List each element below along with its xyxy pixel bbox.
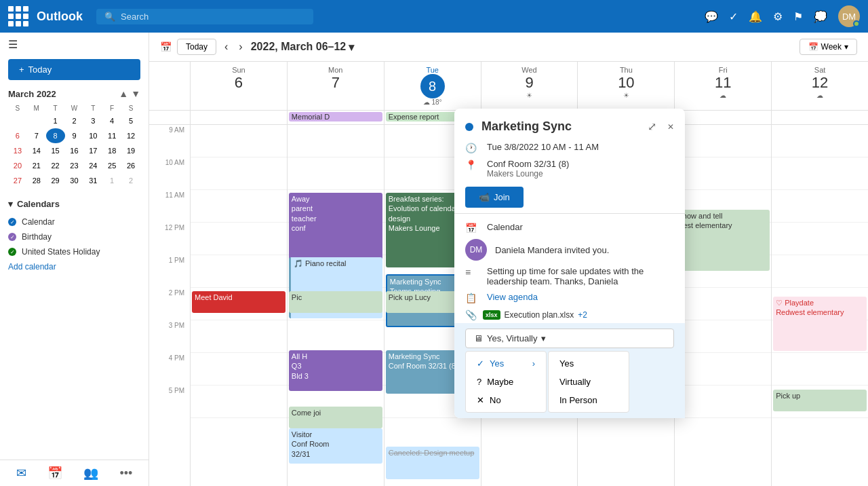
app-grid-icon[interactable]: [8, 6, 28, 26]
avatar[interactable]: DM: [838, 5, 860, 27]
add-calendar-button[interactable]: Add calendar: [8, 259, 140, 274]
rsvp-button[interactable]: 🖥 Yes, Virtually ▾: [465, 329, 674, 348]
week-view-button[interactable]: 📅 Week ▾: [800, 39, 857, 55]
mini-cal-day[interactable]: 4: [102, 113, 121, 128]
mini-cal-day[interactable]: 15: [46, 143, 65, 158]
mini-cal-day[interactable]: 27: [8, 173, 27, 188]
allday-event[interactable]: Memorial D: [289, 112, 382, 122]
calendar-event[interactable]: Pic: [289, 291, 382, 313]
calendar-event[interactable]: Canceled: Design meetup: [386, 447, 479, 479]
join-button[interactable]: 📹 Join: [465, 187, 524, 208]
mini-cal-day[interactable]: 20: [8, 158, 27, 173]
day-number[interactable]: 6: [193, 74, 284, 92]
search-bar[interactable]: 🔍 Search: [96, 9, 313, 24]
toolbar-right: 📅 Week ▾: [800, 39, 857, 55]
mini-cal-prev[interactable]: ▲: [119, 88, 128, 99]
time-slot: 3 PM: [149, 320, 190, 353]
mini-cal-day[interactable]: 24: [83, 158, 102, 173]
hamburger-icon[interactable]: ☰: [8, 38, 18, 51]
time-slot: 1 PM: [149, 255, 190, 288]
calendar-dot: ✓: [8, 218, 16, 226]
day-number[interactable]: 12: [774, 74, 865, 92]
mini-cal-day[interactable]: 22: [46, 158, 65, 173]
rsvp-no[interactable]: ✕ No: [466, 391, 546, 409]
mini-cal-day[interactable]: 30: [65, 173, 84, 188]
mini-cal-day[interactable]: 19: [121, 143, 140, 158]
hour-line: [675, 386, 771, 418]
mini-cal-day[interactable]: 18: [102, 143, 121, 158]
day-number[interactable]: 8: [420, 74, 445, 98]
calendar-item[interactable]: ✓United States Holiday: [8, 244, 140, 259]
expand-icon[interactable]: ⤢: [648, 120, 656, 133]
rsvp-maybe-label: Maybe: [487, 377, 513, 387]
mini-cal-day[interactable]: 8: [46, 128, 65, 143]
date-range[interactable]: 2022, March 06–12 ▾: [251, 41, 355, 54]
popup-header: Marketing Sync ⤢ ✕: [454, 109, 685, 139]
mini-cal-day[interactable]: 28: [27, 173, 46, 188]
view-agenda-link[interactable]: View agenda: [487, 292, 538, 302]
more-icon[interactable]: •••: [119, 466, 132, 481]
rsvp-virtually-option[interactable]: Virtually: [549, 373, 629, 391]
mini-cal-day[interactable]: 2: [121, 173, 140, 188]
calendar-event[interactable]: Meet David: [192, 291, 285, 313]
mini-cal-day[interactable]: 7: [27, 128, 46, 143]
allday-day-col: Memorial D: [287, 111, 384, 124]
mini-cal-day[interactable]: 1: [46, 113, 65, 128]
people-icon[interactable]: 👥: [83, 466, 98, 481]
mini-cal-day[interactable]: 16: [65, 143, 84, 158]
mini-cal-day[interactable]: 6: [8, 128, 27, 143]
day-number[interactable]: 11: [677, 74, 768, 92]
rsvp-inperson-option[interactable]: In Person: [549, 391, 629, 409]
mini-cal-day[interactable]: 9: [65, 128, 84, 143]
mini-cal-day[interactable]: 10: [83, 128, 102, 143]
mini-cal-day[interactable]: 25: [102, 158, 121, 173]
plus-more[interactable]: +2: [578, 310, 587, 320]
settings-icon[interactable]: ⚙: [773, 10, 783, 23]
day-number[interactable]: 10: [580, 74, 671, 92]
calendar-bottom-icon[interactable]: 📅: [47, 466, 62, 481]
calendar-event[interactable]: ♡ Playdate Redwest elementary: [773, 297, 867, 351]
rsvp-yes-option[interactable]: Yes: [549, 354, 629, 373]
mini-cal-day[interactable]: 13: [8, 143, 27, 158]
chat-icon[interactable]: 💬: [705, 10, 718, 23]
next-button[interactable]: ›: [236, 38, 245, 56]
mini-cal-day[interactable]: 11: [102, 128, 121, 143]
mini-cal-day[interactable]: 29: [46, 173, 65, 188]
mini-cal-day[interactable]: 17: [83, 143, 102, 158]
rsvp-yes[interactable]: ✓ Yes ›: [466, 354, 546, 373]
calendar-event[interactable]: show and tell best elementary: [676, 210, 770, 271]
close-icon[interactable]: ✕: [667, 122, 674, 132]
bell-icon[interactable]: 🔔: [749, 10, 762, 23]
calendars-header[interactable]: ▾ Calendars: [8, 199, 140, 209]
mini-cal-day[interactable]: 21: [27, 158, 46, 173]
calendar-event[interactable]: Pick up: [773, 390, 867, 411]
flag-icon[interactable]: ⚑: [793, 10, 803, 23]
day-number[interactable]: 9: [484, 74, 575, 92]
mini-cal-day[interactable]: 2: [65, 113, 84, 128]
prev-button[interactable]: ‹: [222, 38, 231, 56]
today-button[interactable]: Today: [177, 39, 216, 55]
rsvp-section: 🖥 Yes, Virtually ▾ ✓ Yes › ? Maybe ✕ No: [454, 323, 685, 418]
mail-icon[interactable]: ✉: [16, 466, 26, 481]
attachment-name[interactable]: Execution plan.xlsx: [505, 310, 574, 320]
mini-cal-title[interactable]: March 2022: [8, 89, 56, 99]
calendar-item[interactable]: ✓Birthday: [8, 229, 140, 244]
mini-cal-day[interactable]: 31: [83, 173, 102, 188]
mini-cal-day[interactable]: 14: [27, 143, 46, 158]
mini-cal-day[interactable]: 23: [65, 158, 84, 173]
mini-cal-day[interactable]: 26: [121, 158, 140, 173]
rsvp-maybe[interactable]: ? Maybe: [466, 373, 546, 391]
mini-cal-next[interactable]: ▼: [131, 88, 140, 99]
mini-cal-day[interactable]: 5: [121, 113, 140, 128]
calendar-item[interactable]: ✓Calendar: [8, 214, 140, 229]
day-number[interactable]: 7: [290, 74, 381, 92]
calendar-event[interactable]: Come joi: [289, 407, 382, 428]
mini-cal-day[interactable]: 12: [121, 128, 140, 143]
checkmark-icon[interactable]: ✓: [729, 10, 738, 23]
mini-cal-day[interactable]: 3: [83, 113, 102, 128]
calendar-event[interactable]: Visitor Conf Room 32/31: [289, 428, 382, 464]
comment-icon[interactable]: 💭: [814, 10, 827, 23]
new-event-button[interactable]: + Today: [8, 59, 140, 80]
calendar-event[interactable]: All H Q3 Bld 3: [289, 350, 382, 391]
mini-cal-day[interactable]: 1: [102, 173, 121, 188]
